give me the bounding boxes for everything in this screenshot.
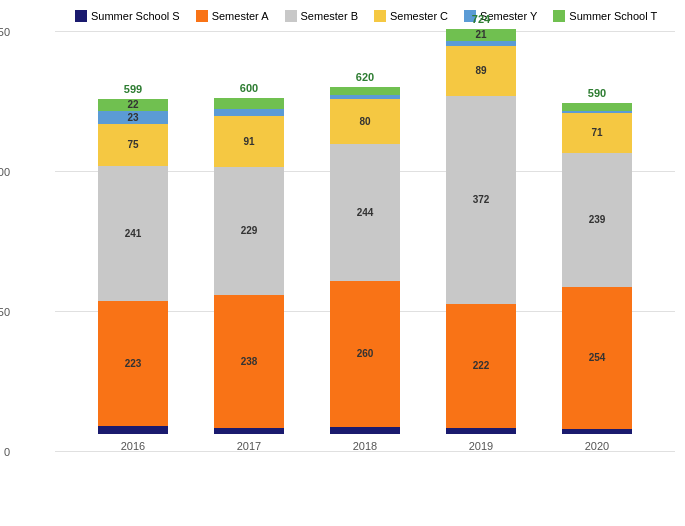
bar-segment: 254 bbox=[562, 287, 632, 429]
bar-segment: 372 bbox=[446, 96, 516, 304]
segment-label: 241 bbox=[125, 229, 142, 239]
bar-segment bbox=[562, 111, 632, 113]
bar-segment bbox=[446, 428, 516, 434]
segment-label: 372 bbox=[473, 195, 490, 205]
bar-segment bbox=[330, 87, 400, 95]
x-axis-label: 2018 bbox=[353, 440, 377, 452]
y-axis-label: 500 bbox=[0, 166, 10, 178]
bar-group: 22237289217242019 bbox=[446, 29, 516, 452]
bar-segment: 23 bbox=[98, 111, 168, 124]
bar-segment bbox=[214, 109, 284, 116]
legend-color bbox=[75, 10, 87, 22]
legend-label: Summer School S bbox=[91, 10, 180, 22]
bar-segment bbox=[214, 428, 284, 434]
bar-segment: 229 bbox=[214, 167, 284, 295]
segment-label: 71 bbox=[591, 128, 602, 138]
legend-item: Semester C bbox=[374, 10, 448, 22]
bar-stack: 23822991600 bbox=[214, 98, 284, 434]
bar-segment: 89 bbox=[446, 46, 516, 96]
bar-total-label: 590 bbox=[588, 87, 606, 99]
bar-group: 238229916002017 bbox=[214, 98, 284, 452]
bar-segment: 260 bbox=[330, 281, 400, 427]
bar-group: 254239715902020 bbox=[562, 103, 632, 452]
legend-item: Summer School T bbox=[553, 10, 657, 22]
x-axis-label: 2020 bbox=[585, 440, 609, 452]
bar-group: 2232417523225992016 bbox=[98, 99, 168, 452]
bar-total-label: 620 bbox=[356, 71, 374, 83]
y-axis-label: 0 bbox=[4, 446, 10, 458]
bar-total-label: 599 bbox=[124, 83, 142, 95]
legend-label: Semester A bbox=[212, 10, 269, 22]
segment-label: 22 bbox=[127, 100, 138, 110]
legend-color bbox=[196, 10, 208, 22]
bar-segment: 238 bbox=[214, 295, 284, 428]
bars-area: 2232417523225992016238229916002017260244… bbox=[55, 32, 675, 452]
segment-label: 223 bbox=[125, 359, 142, 369]
segment-label: 89 bbox=[475, 66, 486, 76]
bar-segment: 223 bbox=[98, 301, 168, 426]
y-axis-label: 750 bbox=[0, 26, 10, 38]
bar-stack: 25423971590 bbox=[562, 103, 632, 434]
segment-label: 23 bbox=[127, 113, 138, 123]
y-axis-label: 250 bbox=[0, 306, 10, 318]
segment-label: 91 bbox=[243, 137, 254, 147]
segment-label: 21 bbox=[475, 30, 486, 40]
legend-label: Semester B bbox=[301, 10, 358, 22]
segment-label: 80 bbox=[359, 117, 370, 127]
bar-segment: 75 bbox=[98, 124, 168, 166]
x-axis-label: 2017 bbox=[237, 440, 261, 452]
chart-legend: Summer School SSemester ASemester BSemes… bbox=[55, 10, 675, 22]
x-axis-label: 2016 bbox=[121, 440, 145, 452]
legend-item: Summer School S bbox=[75, 10, 180, 22]
legend-color bbox=[374, 10, 386, 22]
bar-segment bbox=[330, 95, 400, 99]
bar-segment bbox=[98, 426, 168, 434]
bar-segment: 21 bbox=[446, 29, 516, 41]
segment-label: 260 bbox=[357, 349, 374, 359]
bar-segment: 22 bbox=[98, 99, 168, 111]
bar-segment: 71 bbox=[562, 113, 632, 153]
segment-label: 222 bbox=[473, 361, 490, 371]
bar-stack: 26024480620 bbox=[330, 87, 400, 434]
bar-segment: 241 bbox=[98, 166, 168, 301]
bar-segment: 244 bbox=[330, 144, 400, 281]
bar-total-label: 724 bbox=[472, 13, 490, 25]
x-axis-label: 2019 bbox=[469, 440, 493, 452]
legend-label: Summer School T bbox=[569, 10, 657, 22]
legend-label: Semester C bbox=[390, 10, 448, 22]
chart-area: 7505002500 22324175232259920162382299160… bbox=[55, 32, 675, 452]
legend-item: Semester A bbox=[196, 10, 269, 22]
bar-stack: 223241752322599 bbox=[98, 99, 168, 434]
bar-total-label: 600 bbox=[240, 82, 258, 94]
segment-label: 229 bbox=[241, 226, 258, 236]
bar-group: 260244806202018 bbox=[330, 87, 400, 452]
bar-segment bbox=[214, 98, 284, 109]
legend-item: Semester B bbox=[285, 10, 358, 22]
segment-label: 75 bbox=[127, 140, 138, 150]
bar-stack: 2223728921724 bbox=[446, 29, 516, 434]
bar-segment bbox=[562, 429, 632, 434]
bar-segment: 222 bbox=[446, 304, 516, 428]
segment-label: 254 bbox=[589, 353, 606, 363]
bar-segment bbox=[562, 103, 632, 111]
legend-color bbox=[553, 10, 565, 22]
segment-label: 239 bbox=[589, 215, 606, 225]
bar-segment: 91 bbox=[214, 116, 284, 167]
bar-segment bbox=[330, 427, 400, 434]
legend-color bbox=[285, 10, 297, 22]
bar-segment: 80 bbox=[330, 99, 400, 144]
bar-segment: 239 bbox=[562, 153, 632, 287]
bar-segment bbox=[446, 41, 516, 46]
segment-label: 238 bbox=[241, 357, 258, 367]
segment-label: 244 bbox=[357, 208, 374, 218]
chart-container: Summer School SSemester ASemester BSemes… bbox=[0, 0, 685, 526]
